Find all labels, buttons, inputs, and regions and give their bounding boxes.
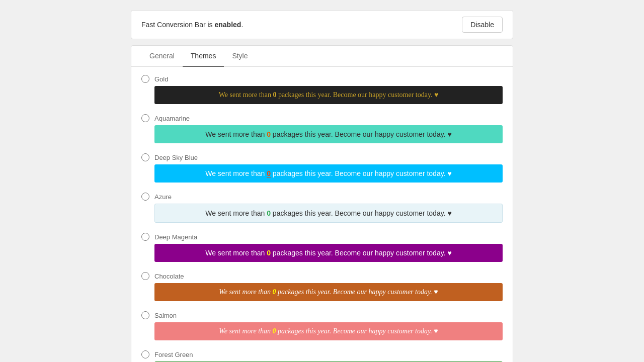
status-bar: Fast Conversion Bar is enabled. Disable: [131, 10, 513, 39]
theme-name-aquamarine: Aquamarine: [154, 115, 190, 122]
theme-zero-gold: 0: [273, 91, 276, 99]
theme-preview-deepskyblue: We sent more than 0 packages this year. …: [154, 164, 503, 183]
theme-zero-deepmagenta: 0: [267, 249, 271, 257]
tab-style[interactable]: Style: [224, 46, 256, 67]
status-enabled: enabled: [215, 21, 242, 29]
themes-content: GoldWe sent more than 0 packages this ye…: [131, 67, 513, 362]
theme-row-gold: GoldWe sent more than 0 packages this ye…: [141, 75, 503, 104]
theme-radio-azure[interactable]: [141, 193, 149, 201]
theme-preview-deepmagenta: We sent more than 0 packages this year. …: [154, 244, 503, 262]
theme-preview-azure: We sent more than 0 packages this year. …: [154, 204, 503, 223]
theme-label-row-azure: Azure: [141, 193, 503, 201]
theme-name-chocolate: Chocolate: [154, 273, 184, 280]
theme-label-row-aquamarine: Aquamarine: [141, 114, 503, 122]
theme-radio-aquamarine[interactable]: [141, 114, 149, 122]
theme-label-row-salmon: Salmon: [141, 311, 503, 319]
theme-name-gold: Gold: [154, 75, 168, 83]
theme-name-salmon: Salmon: [154, 312, 177, 319]
theme-row-azure: AzureWe sent more than 0 packages this y…: [141, 193, 503, 223]
tabs-panel: General Themes Style GoldWe sent more th…: [131, 45, 513, 362]
theme-preview-gold: We sent more than 0 packages this year. …: [154, 86, 503, 104]
theme-radio-chocolate[interactable]: [141, 272, 149, 280]
theme-name-azure: Azure: [154, 193, 172, 201]
theme-zero-salmon: 0: [273, 327, 276, 335]
theme-zero-azure: 0: [267, 209, 271, 217]
theme-preview-chocolate: We sent more than 0 packages this year. …: [154, 283, 503, 301]
status-text: Fast Conversion Bar is enabled.: [141, 21, 243, 29]
theme-zero-aquamarine: 0: [267, 130, 271, 138]
theme-label-row-chocolate: Chocolate: [141, 272, 503, 280]
theme-row-salmon: SalmonWe sent more than 0 packages this …: [141, 311, 503, 340]
theme-row-deepskyblue: Deep Sky BlueWe sent more than 0 package…: [141, 153, 503, 183]
theme-preview-aquamarine: We sent more than 0 packages this year. …: [154, 125, 503, 143]
theme-label-row-gold: Gold: [141, 75, 503, 83]
disable-button[interactable]: Disable: [462, 17, 503, 33]
theme-row-aquamarine: AquamarineWe sent more than 0 packages t…: [141, 114, 503, 143]
theme-zero-deepskyblue: 0: [267, 169, 271, 178]
theme-radio-salmon[interactable]: [141, 311, 149, 319]
tabs-header: General Themes Style: [131, 46, 513, 67]
tab-general[interactable]: General: [141, 46, 183, 67]
theme-zero-chocolate: 0: [273, 288, 276, 296]
theme-name-deepskyblue: Deep Sky Blue: [154, 154, 198, 161]
theme-name-forestgreen: Forest Green: [154, 351, 193, 358]
theme-label-row-forestgreen: Forest Green: [141, 350, 503, 358]
theme-radio-deepmagenta[interactable]: [141, 233, 149, 241]
theme-preview-salmon: We sent more than 0 packages this year. …: [154, 322, 503, 340]
theme-radio-gold[interactable]: [141, 75, 149, 83]
theme-label-row-deepskyblue: Deep Sky Blue: [141, 153, 503, 161]
theme-name-deepmagenta: Deep Magenta: [154, 233, 197, 241]
theme-radio-deepskyblue[interactable]: [141, 153, 149, 161]
theme-row-deepmagenta: Deep MagentaWe sent more than 0 packages…: [141, 233, 503, 262]
tab-themes[interactable]: Themes: [183, 46, 224, 67]
theme-row-forestgreen: Forest GreenWe sent more than 0 packages…: [141, 350, 503, 362]
theme-row-chocolate: ChocolateWe sent more than 0 packages th…: [141, 272, 503, 301]
theme-label-row-deepmagenta: Deep Magenta: [141, 233, 503, 241]
theme-radio-forestgreen[interactable]: [141, 350, 149, 358]
